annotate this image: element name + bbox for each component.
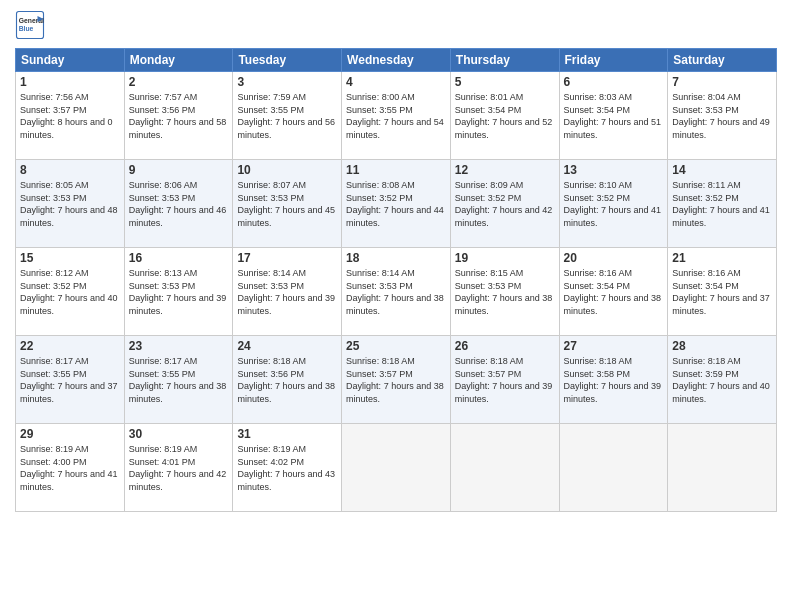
- calendar-cell: 16 Sunrise: 8:13 AM Sunset: 3:53 PM Dayl…: [124, 248, 233, 336]
- day-info: Sunrise: 8:17 AM Sunset: 3:55 PM Dayligh…: [129, 355, 229, 405]
- daylight-text: Daylight: 7 hours and 56 minutes.: [237, 116, 337, 141]
- day-number: 29: [20, 427, 120, 441]
- calendar-cell: 13 Sunrise: 8:10 AM Sunset: 3:52 PM Dayl…: [559, 160, 668, 248]
- sunrise-text: Sunrise: 8:16 AM: [564, 267, 664, 280]
- sunrise-text: Sunrise: 8:18 AM: [237, 355, 337, 368]
- day-number: 28: [672, 339, 772, 353]
- daylight-text: Daylight: 8 hours and 0 minutes.: [20, 116, 120, 141]
- calendar-cell: 17 Sunrise: 8:14 AM Sunset: 3:53 PM Dayl…: [233, 248, 342, 336]
- sunset-text: Sunset: 3:53 PM: [346, 280, 446, 293]
- daylight-text: Daylight: 7 hours and 43 minutes.: [237, 468, 337, 493]
- day-number: 22: [20, 339, 120, 353]
- day-info: Sunrise: 8:10 AM Sunset: 3:52 PM Dayligh…: [564, 179, 664, 229]
- sunset-text: Sunset: 3:54 PM: [564, 280, 664, 293]
- day-number: 21: [672, 251, 772, 265]
- day-number: 14: [672, 163, 772, 177]
- sunset-text: Sunset: 4:01 PM: [129, 456, 229, 469]
- header-saturday: Saturday: [668, 49, 777, 72]
- daylight-text: Daylight: 7 hours and 46 minutes.: [129, 204, 229, 229]
- calendar-cell: 21 Sunrise: 8:16 AM Sunset: 3:54 PM Dayl…: [668, 248, 777, 336]
- sunset-text: Sunset: 3:55 PM: [346, 104, 446, 117]
- calendar-cell: 1 Sunrise: 7:56 AM Sunset: 3:57 PM Dayli…: [16, 72, 125, 160]
- calendar-table: Sunday Monday Tuesday Wednesday Thursday…: [15, 48, 777, 512]
- sunrise-text: Sunrise: 8:13 AM: [129, 267, 229, 280]
- daylight-text: Daylight: 7 hours and 39 minutes.: [455, 380, 555, 405]
- sunset-text: Sunset: 3:52 PM: [564, 192, 664, 205]
- sunrise-text: Sunrise: 8:16 AM: [672, 267, 772, 280]
- day-number: 8: [20, 163, 120, 177]
- sunset-text: Sunset: 3:52 PM: [20, 280, 120, 293]
- daylight-text: Daylight: 7 hours and 39 minutes.: [564, 380, 664, 405]
- calendar-cell: [342, 424, 451, 512]
- day-info: Sunrise: 8:18 AM Sunset: 3:58 PM Dayligh…: [564, 355, 664, 405]
- sunset-text: Sunset: 3:54 PM: [455, 104, 555, 117]
- calendar-cell: 23 Sunrise: 8:17 AM Sunset: 3:55 PM Dayl…: [124, 336, 233, 424]
- sunrise-text: Sunrise: 8:08 AM: [346, 179, 446, 192]
- sunset-text: Sunset: 3:53 PM: [20, 192, 120, 205]
- day-info: Sunrise: 8:19 AM Sunset: 4:01 PM Dayligh…: [129, 443, 229, 493]
- sunset-text: Sunset: 3:52 PM: [455, 192, 555, 205]
- sunrise-text: Sunrise: 8:03 AM: [564, 91, 664, 104]
- day-info: Sunrise: 8:05 AM Sunset: 3:53 PM Dayligh…: [20, 179, 120, 229]
- sunrise-text: Sunrise: 8:17 AM: [129, 355, 229, 368]
- day-number: 17: [237, 251, 337, 265]
- day-info: Sunrise: 8:11 AM Sunset: 3:52 PM Dayligh…: [672, 179, 772, 229]
- calendar-week-row: 15 Sunrise: 8:12 AM Sunset: 3:52 PM Dayl…: [16, 248, 777, 336]
- day-info: Sunrise: 8:13 AM Sunset: 3:53 PM Dayligh…: [129, 267, 229, 317]
- sunrise-text: Sunrise: 8:18 AM: [455, 355, 555, 368]
- calendar-cell: 19 Sunrise: 8:15 AM Sunset: 3:53 PM Dayl…: [450, 248, 559, 336]
- sunset-text: Sunset: 4:00 PM: [20, 456, 120, 469]
- daylight-text: Daylight: 7 hours and 39 minutes.: [237, 292, 337, 317]
- calendar-week-row: 22 Sunrise: 8:17 AM Sunset: 3:55 PM Dayl…: [16, 336, 777, 424]
- sunset-text: Sunset: 3:56 PM: [237, 368, 337, 381]
- calendar-cell: 27 Sunrise: 8:18 AM Sunset: 3:58 PM Dayl…: [559, 336, 668, 424]
- daylight-text: Daylight: 7 hours and 38 minutes.: [564, 292, 664, 317]
- calendar-cell: 29 Sunrise: 8:19 AM Sunset: 4:00 PM Dayl…: [16, 424, 125, 512]
- calendar-cell: 11 Sunrise: 8:08 AM Sunset: 3:52 PM Dayl…: [342, 160, 451, 248]
- daylight-text: Daylight: 7 hours and 38 minutes.: [129, 380, 229, 405]
- daylight-text: Daylight: 7 hours and 48 minutes.: [20, 204, 120, 229]
- header-sunday: Sunday: [16, 49, 125, 72]
- calendar-cell: 26 Sunrise: 8:18 AM Sunset: 3:57 PM Dayl…: [450, 336, 559, 424]
- calendar-cell: 7 Sunrise: 8:04 AM Sunset: 3:53 PM Dayli…: [668, 72, 777, 160]
- calendar-cell: 28 Sunrise: 8:18 AM Sunset: 3:59 PM Dayl…: [668, 336, 777, 424]
- sunrise-text: Sunrise: 8:00 AM: [346, 91, 446, 104]
- sunrise-text: Sunrise: 8:19 AM: [20, 443, 120, 456]
- calendar-cell: 15 Sunrise: 8:12 AM Sunset: 3:52 PM Dayl…: [16, 248, 125, 336]
- day-info: Sunrise: 7:59 AM Sunset: 3:55 PM Dayligh…: [237, 91, 337, 141]
- sunrise-text: Sunrise: 8:19 AM: [237, 443, 337, 456]
- calendar-cell: 12 Sunrise: 8:09 AM Sunset: 3:52 PM Dayl…: [450, 160, 559, 248]
- sunset-text: Sunset: 3:54 PM: [564, 104, 664, 117]
- calendar-cell: [450, 424, 559, 512]
- daylight-text: Daylight: 7 hours and 52 minutes.: [455, 116, 555, 141]
- day-number: 3: [237, 75, 337, 89]
- daylight-text: Daylight: 7 hours and 38 minutes.: [455, 292, 555, 317]
- sunset-text: Sunset: 3:55 PM: [237, 104, 337, 117]
- day-info: Sunrise: 8:06 AM Sunset: 3:53 PM Dayligh…: [129, 179, 229, 229]
- calendar-cell: 20 Sunrise: 8:16 AM Sunset: 3:54 PM Dayl…: [559, 248, 668, 336]
- sunset-text: Sunset: 3:57 PM: [20, 104, 120, 117]
- calendar-cell: 5 Sunrise: 8:01 AM Sunset: 3:54 PM Dayli…: [450, 72, 559, 160]
- sunrise-text: Sunrise: 8:06 AM: [129, 179, 229, 192]
- calendar-week-row: 1 Sunrise: 7:56 AM Sunset: 3:57 PM Dayli…: [16, 72, 777, 160]
- day-number: 27: [564, 339, 664, 353]
- sunrise-text: Sunrise: 7:56 AM: [20, 91, 120, 104]
- sunrise-text: Sunrise: 8:07 AM: [237, 179, 337, 192]
- sunrise-text: Sunrise: 8:05 AM: [20, 179, 120, 192]
- header-wednesday: Wednesday: [342, 49, 451, 72]
- sunset-text: Sunset: 3:53 PM: [237, 280, 337, 293]
- daylight-text: Daylight: 7 hours and 58 minutes.: [129, 116, 229, 141]
- sunrise-text: Sunrise: 8:19 AM: [129, 443, 229, 456]
- daylight-text: Daylight: 7 hours and 38 minutes.: [237, 380, 337, 405]
- calendar-cell: 10 Sunrise: 8:07 AM Sunset: 3:53 PM Dayl…: [233, 160, 342, 248]
- daylight-text: Daylight: 7 hours and 49 minutes.: [672, 116, 772, 141]
- calendar-week-row: 8 Sunrise: 8:05 AM Sunset: 3:53 PM Dayli…: [16, 160, 777, 248]
- day-number: 10: [237, 163, 337, 177]
- day-number: 31: [237, 427, 337, 441]
- day-info: Sunrise: 8:01 AM Sunset: 3:54 PM Dayligh…: [455, 91, 555, 141]
- sunrise-text: Sunrise: 7:59 AM: [237, 91, 337, 104]
- calendar-cell: 25 Sunrise: 8:18 AM Sunset: 3:57 PM Dayl…: [342, 336, 451, 424]
- day-info: Sunrise: 8:18 AM Sunset: 3:59 PM Dayligh…: [672, 355, 772, 405]
- sunrise-text: Sunrise: 8:18 AM: [564, 355, 664, 368]
- header-monday: Monday: [124, 49, 233, 72]
